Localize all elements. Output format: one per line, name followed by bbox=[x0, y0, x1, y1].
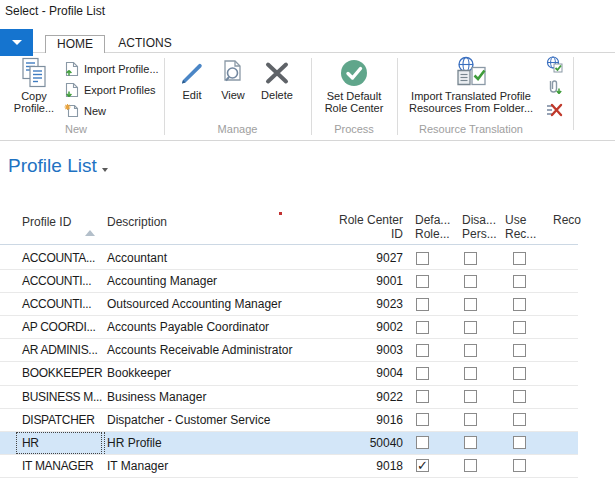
cell-role-center-id: 9018 bbox=[331, 455, 403, 477]
cell-description: Accounts Payable Coordinator bbox=[107, 316, 269, 338]
copy-profile-button[interactable]: Copy Profile... bbox=[6, 57, 62, 114]
table-row[interactable]: AR ADMINIS... Accounts Receivable Admini… bbox=[0, 339, 578, 362]
window-title: Select - Profile List bbox=[5, 4, 105, 18]
default-role-center-checkbox[interactable] bbox=[416, 252, 429, 265]
column-header-use-record-notes[interactable]: Use Rec... bbox=[505, 213, 536, 241]
disable-personalization-checkbox[interactable] bbox=[464, 321, 477, 334]
default-role-center-checkbox[interactable] bbox=[416, 321, 429, 334]
cell-role-center-id: 9004 bbox=[331, 362, 403, 384]
column-header-record[interactable]: Reco bbox=[553, 213, 581, 227]
table-row[interactable]: ACCOUNTA... Accountant 9027 bbox=[0, 247, 578, 270]
default-role-center-checkbox[interactable] bbox=[416, 298, 429, 311]
disable-personalization-checkbox[interactable] bbox=[464, 344, 477, 357]
use-record-notes-checkbox[interactable] bbox=[513, 252, 526, 265]
column-header-description[interactable]: Description bbox=[107, 215, 167, 229]
export-profiles-button[interactable]: Export Profiles bbox=[64, 79, 159, 100]
group-label-new: New bbox=[0, 123, 152, 135]
pencil-icon bbox=[170, 60, 214, 86]
window: Select - Profile List HOME ACTIONS bbox=[0, 0, 615, 478]
disable-personalization-checkbox[interactable] bbox=[464, 459, 477, 472]
use-record-notes-checkbox[interactable] bbox=[513, 367, 526, 380]
view-button[interactable]: View bbox=[212, 60, 254, 102]
table-row[interactable]: ACCOUNTI... Outsourced Accounting Manage… bbox=[0, 293, 578, 316]
red-marker bbox=[279, 212, 282, 215]
page-magnifier-icon bbox=[212, 60, 254, 86]
clear-lines-red-x-icon[interactable] bbox=[546, 102, 563, 118]
cell-profile-id: AP COORDI... bbox=[22, 316, 96, 338]
cell-role-center-id: 9022 bbox=[331, 386, 403, 408]
disable-personalization-checkbox[interactable] bbox=[464, 367, 477, 380]
focus-divider bbox=[104, 432, 105, 454]
globe-book-check-icon bbox=[400, 56, 542, 88]
use-record-notes-checkbox[interactable] bbox=[513, 298, 526, 311]
default-role-center-checkbox[interactable] bbox=[416, 344, 429, 357]
x-icon bbox=[253, 60, 301, 86]
copy-profile-label-1: Copy bbox=[6, 91, 62, 103]
column-header-role-center-id[interactable]: Role Center ID bbox=[331, 213, 403, 241]
table-row[interactable]: DISPATCHER Dispatcher - Customer Service… bbox=[0, 409, 578, 432]
import-profile-button[interactable]: Import Profile... bbox=[64, 58, 159, 79]
use-record-notes-checkbox[interactable] bbox=[513, 344, 526, 357]
set-default-role-center-button[interactable]: Set Default Role Center bbox=[313, 59, 395, 114]
cell-description: Dispatcher - Customer Service bbox=[107, 409, 270, 431]
cell-profile-id: ACCOUNTI... bbox=[22, 270, 91, 292]
cell-profile-id: BUSINESS M... bbox=[22, 386, 102, 408]
table-row[interactable]: BOOKKEEPER Bookkeeper 9004 bbox=[0, 362, 578, 385]
cell-description: Bookkeeper bbox=[107, 362, 171, 384]
default-role-center-checkbox[interactable] bbox=[416, 413, 429, 426]
profile-list-table: ACCOUNTA... Accountant 9027 ACCOUNTI... … bbox=[0, 247, 578, 478]
use-record-notes-checkbox[interactable] bbox=[513, 275, 526, 288]
use-record-notes-checkbox[interactable] bbox=[513, 459, 526, 472]
use-record-notes-checkbox[interactable] bbox=[513, 390, 526, 403]
default-role-center-checkbox[interactable] bbox=[416, 390, 429, 403]
import-translated-profile-resources-button[interactable]: Import Translated Profile Resources From… bbox=[400, 56, 542, 114]
disable-personalization-checkbox[interactable] bbox=[464, 275, 477, 288]
cell-description: Outsourced Accounting Manager bbox=[107, 293, 282, 315]
column-header-disable-personalization[interactable]: Disa... Pers... bbox=[462, 213, 497, 241]
table-row[interactable]: BUSINESS M... Business Manager 9022 bbox=[0, 386, 578, 409]
cell-description: Business Manager bbox=[107, 386, 206, 408]
disable-personalization-checkbox[interactable] bbox=[464, 252, 477, 265]
disable-personalization-checkbox[interactable] bbox=[464, 298, 477, 311]
cell-role-center-id: 50040 bbox=[331, 432, 403, 454]
paperclip-download-icon[interactable] bbox=[546, 79, 563, 96]
cell-profile-id: ACCOUNTA... bbox=[22, 247, 95, 269]
new-button[interactable]: New bbox=[64, 100, 159, 121]
use-record-notes-checkbox[interactable] bbox=[513, 413, 526, 426]
app-menu-button[interactable] bbox=[0, 29, 33, 56]
table-row[interactable]: AP COORDI... Accounts Payable Coordinato… bbox=[0, 316, 578, 339]
focus-rect bbox=[16, 432, 102, 454]
column-header-default-role-center[interactable]: Defa... Role... bbox=[415, 213, 450, 241]
cell-role-center-id: 9002 bbox=[331, 316, 403, 338]
copy-profile-label-2: Profile... bbox=[6, 103, 62, 115]
default-role-center-checkbox[interactable] bbox=[416, 436, 429, 449]
page-import-icon bbox=[64, 61, 80, 77]
group-label-resource-translation: Resource Translation bbox=[397, 123, 545, 135]
page-title-caret-icon[interactable] bbox=[102, 168, 108, 172]
table-row[interactable]: ACCOUNTI... Accounting Manager 9001 bbox=[0, 270, 578, 293]
table-row[interactable]: IT MANAGER IT Manager 9018 ✓ bbox=[0, 455, 578, 478]
disable-personalization-checkbox[interactable] bbox=[464, 436, 477, 449]
tab-actions[interactable]: ACTIONS bbox=[105, 35, 185, 53]
cell-description: HR Profile bbox=[107, 432, 162, 454]
default-role-center-checkbox[interactable] bbox=[416, 367, 429, 380]
default-role-center-checkbox[interactable]: ✓ bbox=[416, 459, 429, 472]
disable-personalization-checkbox[interactable] bbox=[464, 413, 477, 426]
table-row[interactable]: HR HR Profile 50040 bbox=[0, 432, 578, 455]
cell-role-center-id: 9016 bbox=[331, 409, 403, 431]
page-title: Profile List bbox=[8, 155, 97, 177]
column-header-profile-id[interactable]: Profile ID bbox=[22, 215, 71, 229]
disable-personalization-checkbox[interactable] bbox=[464, 390, 477, 403]
use-record-notes-checkbox[interactable] bbox=[513, 321, 526, 334]
cell-profile-id: AR ADMINIS... bbox=[22, 339, 97, 361]
tab-home[interactable]: HOME bbox=[45, 35, 105, 53]
default-role-center-checkbox[interactable] bbox=[416, 275, 429, 288]
delete-button[interactable]: Delete bbox=[253, 60, 301, 102]
caret-down-icon bbox=[12, 40, 22, 45]
edit-button[interactable]: Edit bbox=[170, 60, 214, 102]
globe-check-icon[interactable] bbox=[546, 56, 563, 73]
use-record-notes-checkbox[interactable] bbox=[513, 436, 526, 449]
header-divider bbox=[0, 244, 578, 245]
cell-description: IT Manager bbox=[107, 455, 168, 477]
ribbon: Copy Profile... Import Profile... Export… bbox=[0, 52, 615, 141]
